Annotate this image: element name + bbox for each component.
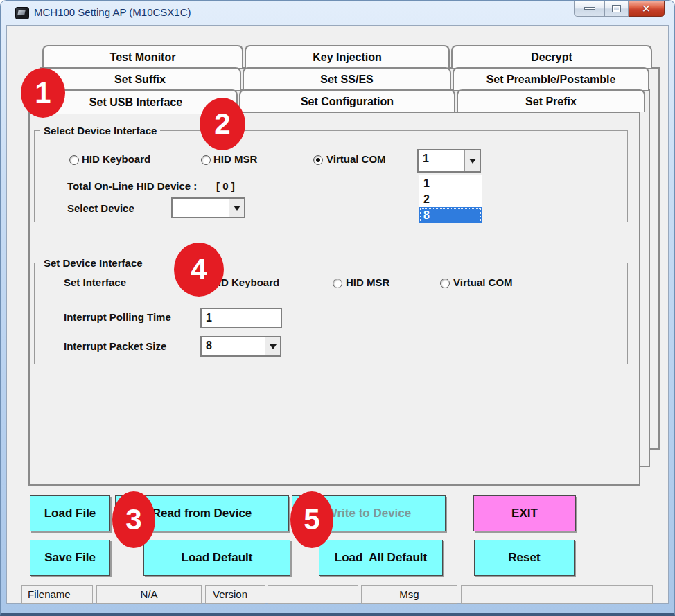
annotation-step-3: 3 bbox=[112, 491, 155, 548]
com-port-option-list: 1 2 8 bbox=[419, 175, 482, 222]
tab-label: Set Prefix bbox=[525, 96, 577, 108]
minimize-icon bbox=[584, 7, 595, 10]
option-item[interactable]: 1 bbox=[419, 175, 482, 191]
maximize-icon bbox=[613, 6, 620, 12]
tab-decrypt[interactable]: Decrypt bbox=[451, 45, 652, 68]
status-msg-label: Msg bbox=[361, 585, 457, 604]
window-frame: MCH100 Setting AP (M10CSX1C) ✕ Test Moni… bbox=[0, 0, 675, 616]
option-item[interactable]: 2 bbox=[419, 191, 482, 207]
radio-label: Virtual COM bbox=[453, 276, 513, 288]
radio-virtual-com[interactable] bbox=[313, 155, 323, 165]
load-file-button[interactable]: Load File bbox=[30, 495, 110, 531]
status-version-label: Version bbox=[205, 585, 265, 604]
reset-button[interactable]: Reset bbox=[474, 540, 575, 576]
window-title: MCH100 Setting AP (M10CSX1C) bbox=[34, 6, 191, 18]
annotation-step-1: 1 bbox=[21, 68, 65, 118]
maximize-button[interactable] bbox=[605, 1, 629, 17]
tab-key-injection[interactable]: Key Injection bbox=[245, 45, 450, 68]
com-port-dropdown[interactable]: 1 bbox=[417, 149, 481, 173]
radio-hid-keyboard[interactable] bbox=[69, 155, 79, 165]
chevron-down-icon bbox=[234, 206, 240, 211]
app-window: MCH100 Setting AP (M10CSX1C) ✕ Test Moni… bbox=[0, 0, 675, 616]
close-icon: ✕ bbox=[642, 2, 651, 15]
save-file-button[interactable]: Save File bbox=[30, 540, 110, 576]
annotation-step-5: 5 bbox=[290, 491, 333, 548]
dropdown-button[interactable] bbox=[464, 150, 480, 171]
radio-set-hid-msr[interactable] bbox=[333, 279, 342, 288]
chevron-down-icon bbox=[469, 159, 476, 164]
radio-label: HID Keyboard bbox=[82, 153, 150, 165]
packet-size-label: Interrupt Packet Size bbox=[64, 340, 166, 352]
packet-size-value: 8 bbox=[202, 337, 265, 355]
select-device-interface-group: Select Device Interface HID Keyboard HID… bbox=[34, 130, 628, 222]
tab-label: Decrypt bbox=[531, 51, 572, 64]
chevron-down-icon bbox=[270, 344, 277, 349]
tab-set-prefix[interactable]: Set Prefix bbox=[457, 89, 645, 112]
caption-buttons: ✕ bbox=[574, 1, 665, 17]
tab-label: Set Configuration bbox=[301, 96, 394, 108]
select-device-dropdown[interactable] bbox=[171, 197, 245, 218]
minimize-button[interactable] bbox=[574, 1, 605, 17]
polling-time-input[interactable] bbox=[200, 308, 282, 328]
load-all-default-button[interactable]: Load All Default bbox=[319, 540, 443, 576]
dropdown-button[interactable] bbox=[265, 337, 280, 355]
polling-time-label: Interrupt Polling Time bbox=[64, 311, 171, 323]
select-device-value bbox=[173, 199, 229, 217]
group-title: Set Device Interface bbox=[40, 257, 146, 269]
tab-set-suffix[interactable]: Set Suffix bbox=[39, 67, 241, 90]
total-online-value: [ 0 ] bbox=[216, 180, 235, 192]
tab-label: Set Suffix bbox=[114, 73, 166, 86]
radio-label: HID MSR bbox=[213, 153, 257, 165]
radio-hid-msr[interactable] bbox=[201, 155, 211, 165]
annotation-step-4: 4 bbox=[174, 243, 224, 297]
group-title: Select Device Interface bbox=[40, 125, 160, 137]
tab-label: Test Monitor bbox=[110, 51, 176, 64]
tab-label: Set SS/ES bbox=[320, 73, 373, 86]
annotation-step-2: 2 bbox=[200, 98, 245, 150]
exit-button[interactable]: EXIT bbox=[473, 495, 576, 531]
tab-set-configuration[interactable]: Set Configuration bbox=[239, 89, 455, 112]
close-button[interactable]: ✕ bbox=[629, 1, 665, 17]
tab-set-ss-es[interactable]: Set SS/ES bbox=[243, 67, 451, 90]
load-default-button[interactable]: Load Default bbox=[143, 540, 290, 576]
app-icon bbox=[15, 7, 29, 19]
com-port-value: 1 bbox=[419, 150, 464, 171]
tab-label: Key Injection bbox=[313, 51, 382, 64]
set-interface-label: Set Interface bbox=[64, 276, 126, 288]
radio-set-virtual-com[interactable] bbox=[440, 279, 450, 288]
status-filename-label: Filename bbox=[21, 585, 93, 604]
tab-label: Set USB Interface bbox=[89, 96, 182, 109]
select-device-label: Select Device bbox=[67, 202, 134, 214]
status-filename-value: N/A bbox=[96, 585, 202, 604]
set-device-interface-group: Set Device Interface Set Interface HID K… bbox=[34, 263, 628, 364]
radio-label: Virtual COM bbox=[326, 153, 386, 165]
packet-size-dropdown[interactable]: 8 bbox=[200, 336, 281, 357]
tab-label: Set Preamble/Postamble bbox=[486, 73, 616, 86]
option-item-highlighted[interactable]: 8 bbox=[419, 207, 482, 223]
status-version-value bbox=[268, 585, 358, 604]
status-msg-value bbox=[461, 585, 653, 604]
total-online-label: Total On-Line HID Device : bbox=[67, 180, 197, 192]
radio-label: HID MSR bbox=[346, 276, 389, 288]
title-bar[interactable]: MCH100 Setting AP (M10CSX1C) ✕ bbox=[1, 1, 674, 25]
dropdown-button[interactable] bbox=[229, 199, 244, 217]
tab-test-monitor[interactable]: Test Monitor bbox=[42, 45, 243, 68]
tab-set-preamble-postamble[interactable]: Set Preamble/Postamble bbox=[453, 67, 649, 90]
